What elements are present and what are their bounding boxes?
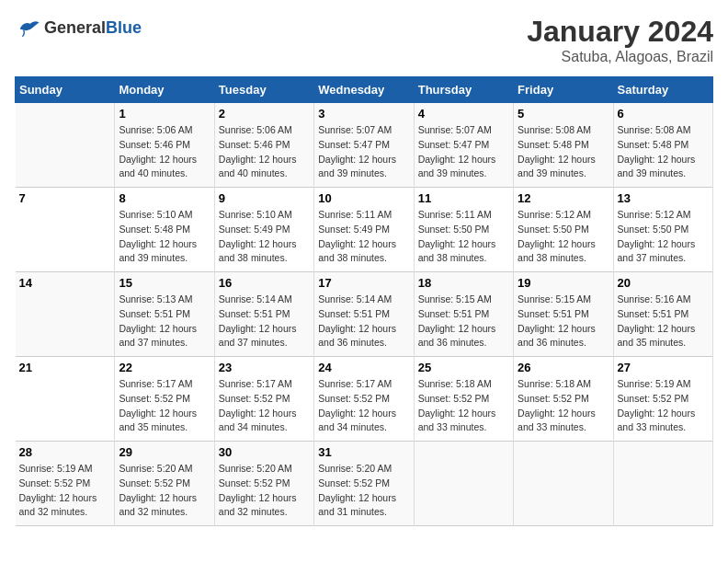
day-info: Sunrise: 5:20 AMSunset: 5:52 PMDaylight:… (318, 462, 409, 520)
day-info: Sunrise: 5:08 AMSunset: 5:48 PMDaylight:… (618, 123, 709, 181)
day-info: Sunrise: 5:19 AMSunset: 5:52 PMDaylight:… (618, 377, 709, 435)
day-info: Sunrise: 5:14 AMSunset: 5:51 PMDaylight:… (219, 293, 310, 350)
day-number: 16 (219, 276, 310, 290)
calendar-cell: 1Sunrise: 5:06 AMSunset: 5:46 PMDaylight… (115, 103, 214, 188)
calendar-cell: 10Sunrise: 5:11 AMSunset: 5:49 PMDayligh… (314, 188, 414, 272)
day-number: 26 (518, 361, 609, 374)
calendar-cell: 3Sunrise: 5:07 AMSunset: 5:47 PMDaylight… (314, 103, 414, 188)
header-friday: Friday (514, 77, 613, 103)
header-monday: Monday (115, 77, 214, 103)
day-info: Sunrise: 5:20 AMSunset: 5:52 PMDaylight:… (219, 462, 310, 520)
page-title: January 2024 (527, 15, 713, 49)
logo-general: General (44, 18, 106, 37)
header-sunday: Sunday (16, 77, 115, 103)
calendar-cell: 27Sunrise: 5:19 AMSunset: 5:52 PMDayligh… (613, 357, 712, 442)
calendar-week-row: 1415Sunrise: 5:13 AMSunset: 5:51 PMDayli… (16, 272, 713, 357)
calendar-cell: 21 (16, 357, 115, 442)
calendar-week-row: 78Sunrise: 5:10 AMSunset: 5:48 PMDayligh… (16, 188, 713, 272)
calendar-cell: 15Sunrise: 5:13 AMSunset: 5:51 PMDayligh… (115, 272, 214, 357)
day-info: Sunrise: 5:16 AMSunset: 5:51 PMDaylight:… (618, 293, 709, 350)
calendar-cell: 18Sunrise: 5:15 AMSunset: 5:51 PMDayligh… (414, 272, 513, 357)
day-info: Sunrise: 5:19 AMSunset: 5:52 PMDaylight:… (19, 462, 111, 520)
calendar-cell: 17Sunrise: 5:14 AMSunset: 5:51 PMDayligh… (314, 272, 414, 357)
day-info: Sunrise: 5:08 AMSunset: 5:48 PMDaylight:… (518, 123, 609, 181)
calendar-cell: 9Sunrise: 5:10 AMSunset: 5:49 PMDaylight… (214, 188, 313, 272)
day-number: 12 (518, 191, 609, 205)
day-number: 30 (219, 445, 310, 459)
day-info: Sunrise: 5:11 AMSunset: 5:49 PMDaylight:… (318, 208, 409, 266)
calendar-cell: 13Sunrise: 5:12 AMSunset: 5:50 PMDayligh… (613, 188, 712, 272)
day-number: 21 (19, 361, 111, 374)
calendar-cell: 30Sunrise: 5:20 AMSunset: 5:52 PMDayligh… (214, 442, 313, 526)
day-number: 11 (418, 191, 509, 205)
calendar-cell: 19Sunrise: 5:15 AMSunset: 5:51 PMDayligh… (514, 272, 613, 357)
day-info: Sunrise: 5:10 AMSunset: 5:48 PMDaylight:… (119, 208, 210, 266)
day-number: 24 (318, 361, 409, 374)
day-number: 10 (318, 191, 409, 205)
calendar-cell: 28Sunrise: 5:19 AMSunset: 5:52 PMDayligh… (16, 442, 115, 526)
calendar-cell (613, 442, 712, 526)
day-number: 23 (219, 361, 310, 374)
calendar-cell (514, 442, 613, 526)
calendar-cell: 31Sunrise: 5:20 AMSunset: 5:52 PMDayligh… (314, 442, 414, 526)
day-info: Sunrise: 5:12 AMSunset: 5:50 PMDaylight:… (618, 208, 709, 266)
header-tuesday: Tuesday (214, 77, 313, 103)
day-info: Sunrise: 5:13 AMSunset: 5:51 PMDaylight:… (119, 293, 210, 350)
day-number: 31 (318, 445, 409, 459)
day-info: Sunrise: 5:06 AMSunset: 5:46 PMDaylight:… (119, 123, 210, 181)
day-number: 14 (19, 276, 111, 290)
calendar-cell: 29Sunrise: 5:20 AMSunset: 5:52 PMDayligh… (115, 442, 214, 526)
day-info: Sunrise: 5:20 AMSunset: 5:52 PMDaylight:… (119, 462, 210, 520)
calendar-cell: 4Sunrise: 5:07 AMSunset: 5:47 PMDaylight… (414, 103, 513, 188)
day-info: Sunrise: 5:06 AMSunset: 5:46 PMDaylight:… (219, 123, 310, 181)
day-info: Sunrise: 5:17 AMSunset: 5:52 PMDaylight:… (318, 377, 409, 435)
day-info: Sunrise: 5:15 AMSunset: 5:51 PMDaylight:… (418, 293, 509, 350)
calendar-week-row: 28Sunrise: 5:19 AMSunset: 5:52 PMDayligh… (16, 442, 713, 526)
day-info: Sunrise: 5:14 AMSunset: 5:51 PMDaylight:… (318, 293, 409, 350)
day-number: 4 (418, 107, 509, 121)
day-number: 9 (219, 191, 310, 205)
calendar-cell: 14 (16, 272, 115, 357)
calendar-cell: 6Sunrise: 5:08 AMSunset: 5:48 PMDaylight… (613, 103, 712, 188)
day-info: Sunrise: 5:10 AMSunset: 5:49 PMDaylight:… (219, 208, 310, 266)
day-info: Sunrise: 5:18 AMSunset: 5:52 PMDaylight:… (418, 377, 509, 435)
title-section: January 2024 Satuba, Alagoas, Brazil (527, 15, 713, 65)
day-number: 18 (418, 276, 509, 290)
day-info: Sunrise: 5:11 AMSunset: 5:50 PMDaylight:… (418, 208, 509, 266)
day-number: 6 (618, 107, 709, 121)
day-number: 15 (119, 276, 210, 290)
day-number: 13 (618, 191, 709, 205)
day-number: 19 (518, 276, 609, 290)
logo-bird-icon (15, 15, 40, 40)
calendar-table: SundayMondayTuesdayWednesdayThursdayFrid… (15, 76, 713, 526)
day-info: Sunrise: 5:18 AMSunset: 5:52 PMDaylight:… (518, 377, 609, 435)
calendar-cell: 26Sunrise: 5:18 AMSunset: 5:52 PMDayligh… (514, 357, 613, 442)
day-number: 8 (119, 191, 210, 205)
day-number: 22 (119, 361, 210, 374)
day-number: 7 (19, 191, 111, 205)
day-number: 20 (618, 276, 709, 290)
day-number: 3 (318, 107, 409, 121)
header-thursday: Thursday (414, 77, 513, 103)
day-number: 25 (418, 361, 509, 374)
calendar-cell: 7 (16, 188, 115, 272)
calendar-cell (16, 103, 115, 188)
day-info: Sunrise: 5:07 AMSunset: 5:47 PMDaylight:… (318, 123, 409, 181)
header-saturday: Saturday (613, 77, 712, 103)
logo: GeneralBlue (15, 15, 142, 40)
calendar-cell: 24Sunrise: 5:17 AMSunset: 5:52 PMDayligh… (314, 357, 414, 442)
calendar-cell: 8Sunrise: 5:10 AMSunset: 5:48 PMDaylight… (115, 188, 214, 272)
day-number: 29 (119, 445, 210, 459)
calendar-cell: 25Sunrise: 5:18 AMSunset: 5:52 PMDayligh… (414, 357, 513, 442)
day-number: 28 (19, 445, 111, 459)
calendar-cell: 22Sunrise: 5:17 AMSunset: 5:52 PMDayligh… (115, 357, 214, 442)
calendar-cell: 5Sunrise: 5:08 AMSunset: 5:48 PMDaylight… (514, 103, 613, 188)
day-info: Sunrise: 5:07 AMSunset: 5:47 PMDaylight:… (418, 123, 509, 181)
day-number: 2 (219, 107, 310, 121)
day-info: Sunrise: 5:12 AMSunset: 5:50 PMDaylight:… (518, 208, 609, 266)
page-header: GeneralBlue January 2024 Satuba, Alagoas… (15, 15, 713, 65)
calendar-cell: 12Sunrise: 5:12 AMSunset: 5:50 PMDayligh… (514, 188, 613, 272)
logo-blue: Blue (106, 18, 142, 37)
calendar-week-row: 1Sunrise: 5:06 AMSunset: 5:46 PMDaylight… (16, 103, 713, 188)
calendar-cell: 23Sunrise: 5:17 AMSunset: 5:52 PMDayligh… (214, 357, 313, 442)
